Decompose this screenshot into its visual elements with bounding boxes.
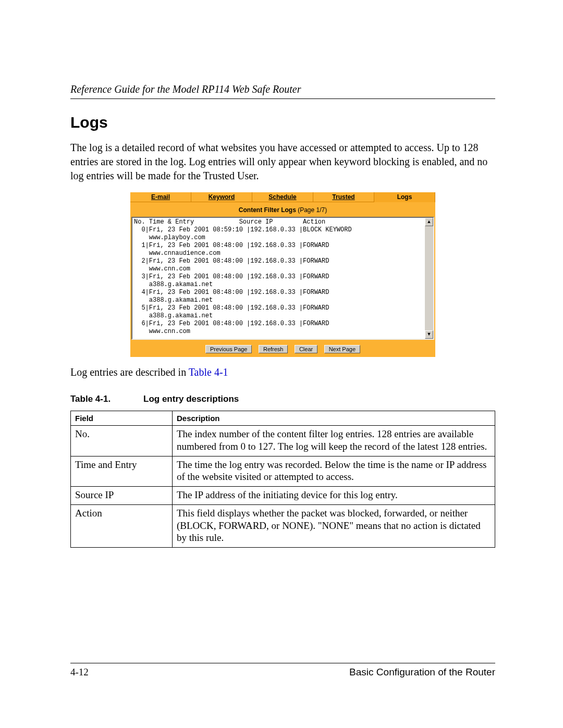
table-caption-number: Table 4-1. [70,394,143,404]
table-caption: Table 4-1.Log entry descriptions [70,394,495,404]
panel-title-bold: Content Filter Logs [239,206,298,214]
chapter-title: Basic Configuration of the Router [349,667,495,678]
cell-description: The index number of the content filter l… [173,426,495,456]
reference-prefix: Log entries are described in [70,366,189,378]
cell-description: The time the log entry was recorded. Bel… [173,456,495,487]
cell-field: Time and Entry [71,456,173,487]
table-row: No.The index number of the content filte… [71,426,495,456]
clear-button[interactable]: Clear [295,345,317,353]
tab-e-mail[interactable]: E-mail [130,192,191,202]
router-ui-screenshot: E-mailKeywordScheduleTrustedLogs Content… [130,192,435,357]
log-textarea: No. Time & Entry Source IP Action 0|Fri,… [131,217,425,340]
panel-title-rest: (Page 1/7) [298,206,327,214]
reference-line: Log entries are described in Table 4-1 [70,366,495,378]
panel-title: Content Filter Logs (Page 1/7) [130,202,435,217]
page-number: 4-12 [70,667,89,678]
previous-page-button[interactable]: Previous Page [205,345,252,353]
table-row: ActionThis field displays whether the pa… [71,504,495,547]
cell-field: Source IP [71,487,173,505]
tab-logs[interactable]: Logs [374,192,435,202]
refresh-button[interactable]: Refresh [259,345,288,353]
cell-field: No. [71,426,173,456]
scrollbar[interactable]: ▲ ▼ [425,217,434,340]
button-row: Previous Page Refresh Clear Next Page [130,340,435,357]
th-field: Field [71,411,173,426]
table-row: Source IPThe IP address of the initiatin… [71,487,495,505]
tab-keyword[interactable]: Keyword [191,192,252,202]
cell-description: The IP address of the initiating device … [173,487,495,505]
footer-rule [70,663,495,663]
tab-bar: E-mailKeywordScheduleTrustedLogs [130,192,435,202]
section-heading: Logs [70,114,495,131]
doc-header-title: Reference Guide for the Model RP114 Web … [70,83,495,95]
cell-field: Action [71,504,173,547]
table-caption-text: Log entry descriptions [143,394,239,404]
tab-trusted[interactable]: Trusted [313,192,374,202]
scroll-down-icon[interactable]: ▼ [425,330,433,339]
table-reference-link[interactable]: Table 4-1 [189,366,228,378]
table-header-row: Field Description [71,411,495,426]
intro-paragraph: The log is a detailed record of what web… [70,141,495,183]
cell-description: This field displays whether the packet w… [173,504,495,547]
descriptions-table: Field Description No.The index number of… [70,411,495,548]
table-row: Time and EntryThe time the log entry was… [71,456,495,487]
header-rule [70,98,495,99]
th-description: Description [173,411,495,426]
tab-schedule[interactable]: Schedule [252,192,313,202]
scroll-up-icon[interactable]: ▲ [425,218,433,226]
page-footer: 4-12 Basic Configuration of the Router [70,663,495,678]
next-page-button[interactable]: Next Page [324,345,360,353]
